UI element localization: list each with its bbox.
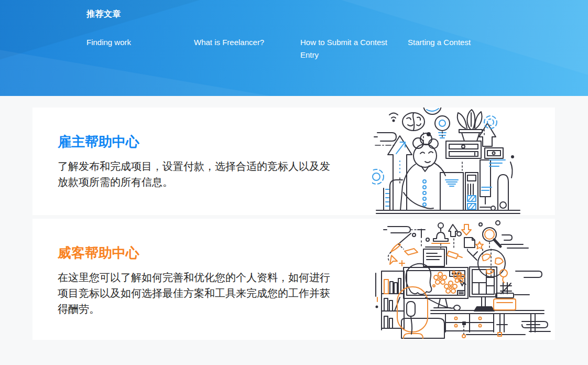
crop-tool-icon	[500, 283, 511, 294]
screen-flowers	[433, 271, 465, 293]
cabinet-lid	[496, 293, 514, 298]
page-icon	[464, 238, 475, 248]
employer-card-title: 雇主帮助中心	[58, 133, 341, 151]
hero-banner: 推荐文章 Finding work What is Freelancer? Ho…	[0, 0, 588, 96]
drawer-cabinet	[446, 141, 481, 158]
desk-surface	[376, 210, 520, 213]
potted-plant-icon	[458, 110, 482, 141]
wifi-icon	[389, 113, 398, 122]
paintbrush-icon	[400, 233, 411, 243]
freelancer-card-description: 在这里您可以了解如何完善和优化您的个人资料，如何进行项目竞标以及如何选择最佳方案…	[58, 270, 331, 317]
star-icon	[476, 242, 483, 249]
desk-surface	[431, 310, 544, 314]
recommended-articles-heading: 推荐文章	[86, 9, 588, 20]
stamp-icon	[433, 223, 448, 241]
pin-marker	[463, 322, 465, 325]
t-square-icon	[418, 229, 429, 241]
link-starting-a-contest[interactable]: Starting a Contest	[408, 36, 528, 61]
pen-tool-icon	[468, 251, 477, 260]
lightbulb-icon	[435, 116, 450, 131]
document-stack-icon	[423, 247, 447, 266]
employer-illustration	[372, 108, 521, 215]
help-center-cards: 雇主帮助中心 了解发布和完成项目，设置付款，选择合适的竞标人以及发放款项所需的所…	[32, 108, 555, 340]
speaker	[491, 156, 514, 210]
down-arrow-icon	[462, 224, 471, 235]
link-finding-work[interactable]: Finding work	[86, 36, 194, 61]
freelancer-help-center-card[interactable]: 威客帮助中心 在这里您可以了解如何完善和优化您的个人资料，如何进行项目竞标以及如…	[32, 219, 555, 340]
balloon-icon	[500, 270, 507, 283]
employer-card-description: 了解发布和完成项目，设置付款，选择合适的竞标人以及发放款项所需的所有信息。	[58, 158, 331, 190]
up-arrow-icon	[449, 224, 458, 237]
paint-roller-icon	[447, 251, 462, 259]
bookshelf	[376, 271, 404, 330]
laptop-back	[440, 173, 463, 210]
brain-icon	[402, 113, 424, 131]
link-what-is-freelancer[interactable]: What is Freelancer?	[194, 36, 300, 61]
small-cabinet	[485, 148, 503, 158]
link-how-to-submit-contest-entry[interactable]: How to Submit a Contest Entry	[300, 36, 408, 61]
desk-drawers	[445, 314, 540, 332]
employer-help-center-card[interactable]: 雇主帮助中心 了解发布和完成项目，设置付款，选择合适的竞标人以及发放款项所需的所…	[32, 108, 555, 215]
eraser-icon	[405, 249, 418, 255]
freelancer-card-title: 威客帮助中心	[58, 244, 341, 262]
cloud-lines-icon	[466, 321, 550, 335]
monitor-back	[480, 160, 491, 207]
freelancer-illustration	[367, 219, 555, 340]
globe-continents	[482, 254, 503, 273]
cloud-lines-icon	[374, 133, 396, 141]
storage-box	[494, 299, 516, 310]
cursor-icon	[390, 255, 405, 266]
recommended-articles-links: Finding work What is Freelancer? How to …	[86, 36, 588, 61]
